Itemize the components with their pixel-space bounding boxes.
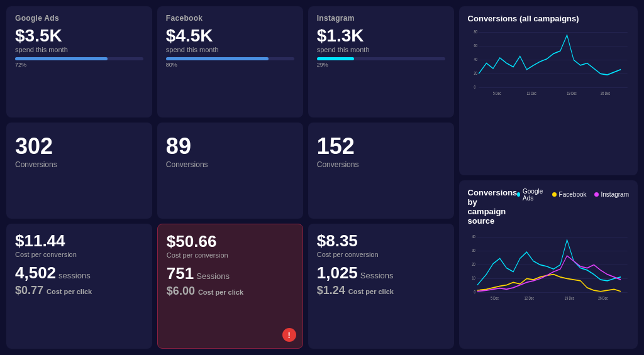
conversions-by-source-chart-card: Conversions by campaign source Google Ad… <box>459 180 638 349</box>
facebook-sessions-label: Sessions <box>196 271 230 281</box>
conversions-all-chart: 80 60 40 20 0 5 Dec 12 Dec 19 Dec 26 Dec <box>468 27 629 96</box>
facebook-progress-bg <box>166 57 294 60</box>
svg-text:12 Dec: 12 Dec <box>524 295 534 300</box>
legend-dot-google <box>517 192 520 197</box>
facebook-progress-label: 80% <box>166 62 294 68</box>
google-ads-spend-label: spend this month <box>15 46 143 53</box>
charts-area: Conversions (all campaigns) 80 60 40 20 … <box>459 6 638 349</box>
svg-text:10: 10 <box>472 275 475 280</box>
legend-label-instagram: Instagram <box>601 191 629 198</box>
google-ads-spend: $3.5K <box>15 26 143 46</box>
svg-text:80: 80 <box>474 29 477 34</box>
instagram-cpc: $8.35 <box>317 231 445 251</box>
facebook-conversions-label: Conversions <box>166 160 294 169</box>
svg-text:0: 0 <box>474 288 475 293</box>
conversions-by-source-chart: 40 30 20 10 0 5 Dec 12 Dec 19 Dec 26 Dec <box>468 232 629 301</box>
google-ads-cost-per-click: $0.77 Cost per click <box>15 284 143 297</box>
facebook-cpc: $50.66 <box>167 232 294 251</box>
instagram-conversions: 152 <box>317 133 445 160</box>
svg-text:30: 30 <box>472 247 475 252</box>
google-ads-progress-fill <box>15 57 108 60</box>
legend-label-facebook: Facebook <box>559 191 587 198</box>
google-ads-progress-label: 72% <box>15 62 143 68</box>
instagram-cost-per-click: $1.24 Cost per click <box>317 284 445 297</box>
google-ads-cpc-label: Cost per conversion <box>15 251 143 258</box>
legend-instagram: Instagram <box>594 188 629 202</box>
instagram-cpc-label: Cost per conversion <box>317 251 445 258</box>
instagram-sessions: 1,025 <box>317 263 358 283</box>
instagram-progress-bg <box>317 57 445 60</box>
svg-text:26 Dec: 26 Dec <box>601 90 611 96</box>
instagram-conversions-label: Conversions <box>317 160 445 169</box>
facebook-spend-label: spend this month <box>166 46 294 53</box>
google-ads-spend-card: Google Ads $3.5K spend this month 72% <box>6 6 152 117</box>
conversions-all-title: Conversions (all campaigns) <box>468 14 629 23</box>
instagram-title: Instagram <box>317 14 445 23</box>
instagram-spend-label: spend this month <box>317 46 445 53</box>
facebook-bottom-card: $50.66 Cost per conversion 751 Sessions … <box>157 224 303 349</box>
svg-text:0: 0 <box>474 84 475 89</box>
dashboard: Google Ads $3.5K spend this month 72% Fa… <box>0 0 644 355</box>
instagram-bottom-card: $8.35 Cost per conversion 1,025 Sessions… <box>308 224 454 349</box>
facebook-cpc-label2: Cost per click <box>198 288 243 296</box>
facebook-cost-per-click: $6.00 Cost per click <box>167 285 294 298</box>
google-ads-title: Google Ads <box>15 14 143 23</box>
svg-text:5 Dec: 5 Dec <box>493 90 501 96</box>
google-ads-sessions: 4,502 <box>15 263 56 283</box>
google-ads-cpc-label2: Cost per click <box>47 288 92 295</box>
instagram-sessions-label: Sessions <box>360 271 394 280</box>
svg-text:20: 20 <box>474 70 477 75</box>
facebook-spend: $4.5K <box>166 26 294 46</box>
facebook-conversions-card: 89 Conversions <box>157 123 303 219</box>
facebook-spend-card: Facebook $4.5K spend this month 80% <box>157 6 303 117</box>
svg-text:5 Dec: 5 Dec <box>491 295 499 300</box>
svg-text:20: 20 <box>472 261 475 266</box>
chart-legend: Google Ads Facebook Instagram <box>517 188 629 202</box>
legend-facebook: Facebook <box>552 188 587 202</box>
facebook-progress-fill <box>166 57 269 60</box>
google-ads-bottom-card: $11.44 Cost per conversion 4,502 session… <box>6 224 152 349</box>
google-ads-conversions-card: 302 Conversions <box>6 123 152 219</box>
instagram-cpc-label2: Cost per click <box>348 288 394 295</box>
instagram-progress-fill <box>317 57 354 60</box>
svg-text:19 Dec: 19 Dec <box>564 295 574 300</box>
svg-text:40: 40 <box>472 233 475 238</box>
conversions-by-source-title: Conversions by campaign source <box>468 188 518 226</box>
instagram-conversions-card: 152 Conversions <box>308 123 454 219</box>
svg-text:60: 60 <box>474 43 477 48</box>
conversions-all-chart-card: Conversions (all campaigns) 80 60 40 20 … <box>459 6 638 175</box>
facebook-conversions: 89 <box>166 133 294 160</box>
svg-text:19 Dec: 19 Dec <box>567 90 577 96</box>
svg-text:26 Dec: 26 Dec <box>598 295 608 300</box>
legend-dot-facebook <box>552 192 557 197</box>
legend-label-google: Google Ads <box>523 188 545 202</box>
google-ads-source-line <box>477 239 621 285</box>
instagram-progress-label: 29% <box>317 62 445 68</box>
instagram-spend-card: Instagram $1.3K spend this month 29% <box>308 6 454 117</box>
all-campaigns-line <box>479 35 621 75</box>
google-ads-progress-bg <box>15 57 143 60</box>
google-ads-conversions-label: Conversions <box>15 160 143 169</box>
facebook-sessions: 751 <box>167 264 194 283</box>
facebook-cpc-label: Cost per conversion <box>167 251 294 259</box>
instagram-spend: $1.3K <box>317 26 445 46</box>
google-ads-conversions: 302 <box>15 133 143 160</box>
facebook-title: Facebook <box>166 14 294 23</box>
legend-google-ads: Google Ads <box>517 188 544 202</box>
svg-text:40: 40 <box>474 57 477 62</box>
legend-dot-instagram <box>594 192 599 197</box>
google-ads-sessions-label: sessions <box>58 271 91 280</box>
svg-text:12 Dec: 12 Dec <box>526 90 536 96</box>
google-ads-cpc: $11.44 <box>15 231 143 251</box>
facebook-alert-badge: ! <box>282 328 296 342</box>
